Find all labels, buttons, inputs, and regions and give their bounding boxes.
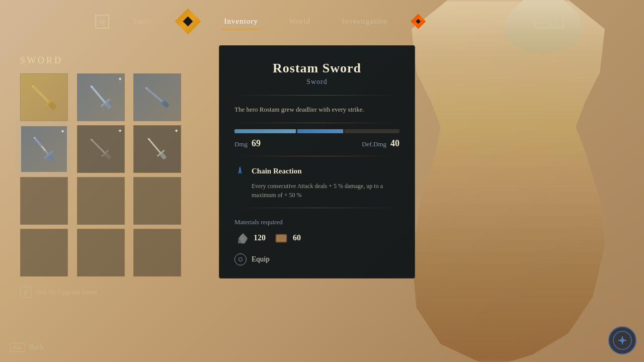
svg-rect-16	[41, 146, 46, 151]
inventory-slot-12[interactable]	[133, 229, 181, 277]
esc-key: Esc	[10, 343, 25, 352]
dmg-label: Dmg	[234, 140, 248, 148]
glyph-inner-circle	[613, 331, 632, 350]
nav-item-world[interactable]: World	[281, 13, 318, 30]
divider-3	[234, 156, 399, 156]
store-area: Store T	[530, 15, 564, 28]
stat-bar-track	[234, 129, 399, 133]
item-name: Rostam Sword	[234, 61, 399, 76]
store-label[interactable]: Store	[530, 18, 546, 26]
inventory-slot-2[interactable]: ✦	[77, 73, 125, 121]
def-dmg-label: Def.Dmg	[362, 140, 386, 148]
stat-bar-empty	[345, 129, 399, 133]
skills-diamond-inner	[416, 19, 421, 24]
equip-row[interactable]: Equip	[234, 253, 399, 265]
top-navigation: Q Tools Inventory World Investigation Sk…	[0, 0, 644, 43]
inventory-slot-6[interactable]: ✦	[133, 125, 181, 173]
inventory-slot-8[interactable]	[77, 177, 125, 225]
nav-center: Q Tools Inventory World Investigation Sk…	[95, 9, 548, 35]
material-1-count: 120	[254, 233, 266, 242]
sword-3-icon	[138, 78, 176, 116]
perk-name: Chain Reaction	[252, 167, 302, 175]
material-item-1: 120	[234, 231, 266, 244]
t-key-button[interactable]: T	[550, 15, 564, 28]
sword-1-icon	[25, 78, 63, 116]
inventory-slot-9[interactable]	[133, 177, 181, 225]
glyph-outer-circle	[608, 326, 636, 354]
stat-bars	[234, 123, 399, 133]
svg-rect-29	[277, 235, 286, 241]
equip-circle-inner	[238, 257, 243, 261]
sort-bar: Z Sort By Upgrade Level	[20, 287, 231, 298]
inventory-slot-5[interactable]: ✦	[77, 125, 125, 173]
nav-item-investigation[interactable]: Investigation	[334, 13, 395, 30]
materials-label: Materials required	[234, 218, 399, 226]
materials-section: Materials required 120	[234, 218, 399, 244]
material-2-icon	[274, 231, 290, 244]
character-silhouette	[387, 0, 629, 362]
nav-logo	[175, 9, 201, 35]
def-dmg-value: 40	[390, 138, 399, 149]
dmg-value: 69	[252, 138, 261, 149]
sword-5-icon	[82, 130, 120, 168]
item-type: Sword	[234, 78, 399, 86]
perk-icon	[234, 165, 247, 177]
perk-description: Every consecutive Attack deals + 5 % dam…	[234, 182, 399, 200]
sword-4-icon	[25, 130, 63, 168]
sword-2-icon	[82, 78, 120, 116]
glyph-symbol	[617, 335, 627, 345]
skills-diamond-icon	[411, 14, 426, 29]
material-1-icon	[234, 231, 251, 244]
sort-key-z[interactable]: Z	[20, 287, 31, 298]
back-label: Back	[29, 343, 44, 351]
svg-rect-0	[32, 85, 51, 105]
divider-4	[234, 208, 399, 208]
divider-2	[234, 123, 399, 123]
left-panel: SWORD ✦	[20, 55, 231, 298]
def-dmg-group: Def.Dmg 40	[362, 138, 399, 149]
detail-panel: Rostam Sword Sword The hero Rostam grew …	[219, 45, 415, 279]
equip-button[interactable]: Equip	[252, 255, 270, 263]
nav-logo-diamond	[175, 9, 201, 35]
inventory-slot-1[interactable]	[20, 73, 68, 121]
inventory-slot-11[interactable]	[77, 229, 125, 277]
nav-logo-inner	[183, 17, 193, 27]
nav-item-tools[interactable]: Tools	[124, 13, 159, 30]
item-description: The hero Rostam grew deadlier with every…	[234, 105, 399, 115]
glyph-logo	[608, 326, 636, 354]
stat-bar-def	[297, 129, 343, 133]
stat-bar-dmg	[234, 129, 296, 133]
perk-section: Chain Reaction Every consecutive Attack …	[234, 165, 399, 200]
material-2-count: 60	[293, 233, 301, 242]
material-item-2: 60	[274, 231, 301, 244]
sort-label: Sort By Upgrade Level	[36, 288, 97, 296]
inventory-grid: ✦	[20, 73, 186, 277]
inventory-slot-10[interactable]	[20, 229, 68, 277]
dmg-group: Dmg 69	[234, 138, 261, 149]
divider-1	[234, 95, 399, 96]
section-title: SWORD	[20, 55, 231, 66]
q-key-button[interactable]: Q	[95, 15, 109, 29]
equip-icon	[234, 253, 247, 265]
nav-item-inventory[interactable]: Inventory	[216, 13, 266, 30]
inventory-slot-4[interactable]: ✦	[20, 125, 68, 173]
nav-item-codex[interactable]: Codex	[481, 13, 519, 30]
back-button[interactable]: Esc Back	[10, 343, 44, 352]
inventory-slot-7[interactable]	[20, 177, 68, 225]
stat-values: Dmg 69 Def.Dmg 40	[234, 138, 399, 149]
inventory-slot-3[interactable]	[133, 73, 181, 121]
materials-row: 120 60	[234, 231, 399, 244]
nav-item-skills[interactable]: Skills	[430, 13, 466, 30]
perk-header: Chain Reaction	[234, 165, 399, 177]
sword-6-icon	[138, 130, 176, 168]
